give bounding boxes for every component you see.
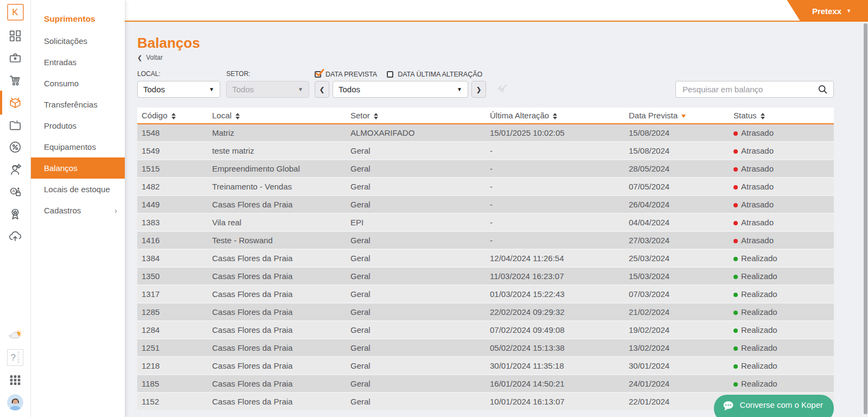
- date-filter-data-prevista[interactable]: DATA PREVISTA: [315, 71, 377, 78]
- table-row[interactable]: 1482Treinamento - VendasGeral-07/05/2024…: [137, 178, 834, 195]
- rail-item-discounts[interactable]: [0, 140, 30, 154]
- column-header-status[interactable]: Status: [729, 108, 834, 124]
- search-icon[interactable]: [818, 84, 828, 94]
- rail-item-upload[interactable]: [0, 229, 30, 243]
- table-row[interactable]: 1284Casas Flores da PraiaGeral07/02/2024…: [137, 321, 834, 339]
- local-filter-label: LOCAL:: [137, 70, 226, 78]
- sidebar-item-solicitacoes[interactable]: Solicitações: [31, 30, 125, 52]
- rail-item-cart[interactable]: [0, 73, 30, 87]
- cell-codigo: 1515: [137, 160, 208, 178]
- column-label: Data Prevista: [629, 111, 678, 120]
- table-row[interactable]: 1548MatrizALMOXARIFADO15/01/2025 10:02:0…: [137, 124, 834, 142]
- table-row[interactable]: 1549teste matrizGeral-15/08/2024Atrasado: [137, 142, 834, 160]
- broom-icon: [495, 83, 509, 96]
- module-sidebar: Suprimentos SolicitaçõesEntradasConsumoT…: [31, 0, 125, 417]
- table-row[interactable]: 1218Casas Flores da PraiaGeral30/01/2024…: [137, 357, 834, 375]
- sidebar-item-transferencias[interactable]: Transferências: [31, 94, 125, 115]
- table-row[interactable]: 1449Casas Flores da PraiaGeral-26/04/202…: [137, 195, 834, 213]
- rail-item-apps[interactable]: [0, 373, 30, 387]
- cell-setor: Geral: [346, 160, 486, 178]
- rail-item-finance[interactable]: $: [0, 118, 30, 132]
- table-row[interactable]: 1251Casas Flores da PraiaGeral05/02/2024…: [137, 339, 834, 357]
- sidebar-item-label: Produtos: [44, 121, 76, 130]
- sidebar-item-cadastros[interactable]: Cadastros›: [31, 200, 125, 221]
- sidebar-item-entradas[interactable]: Entradas: [31, 52, 125, 73]
- previous-period-button[interactable]: ❮: [315, 81, 329, 98]
- cell-codigo: 1317: [137, 285, 208, 303]
- cell-prevista: 07/03/2024: [624, 285, 729, 303]
- rail-item-dashboard[interactable]: [0, 29, 30, 43]
- chat-button[interactable]: Converse com o Koper: [714, 395, 834, 417]
- cell-status: Atrasado: [729, 231, 834, 249]
- table-row[interactable]: 1383Vila realEPI-04/04/2024Atrasado: [137, 213, 834, 231]
- cell-codigo: 1383: [137, 213, 208, 231]
- column-header-data-prevista[interactable]: Data Prevista: [624, 108, 729, 124]
- date-filter-data-ultima-alteracao[interactable]: DATA ÚLTIMA ALTERAÇÃO: [387, 71, 482, 78]
- rail-item-help[interactable]: ? AJUDA: [7, 349, 23, 366]
- cell-codigo: 1449: [137, 195, 208, 213]
- checkbox-unchecked-icon[interactable]: [387, 71, 393, 78]
- cell-ultima: -: [486, 142, 624, 160]
- rail-item-supplies[interactable]: [0, 96, 30, 110]
- scrollbar-thumb[interactable]: [864, 23, 867, 414]
- cell-ultima: 30/01/2024 11:35:18: [486, 357, 624, 375]
- cell-ultima: -: [486, 178, 624, 195]
- cell-local: Casas Flores da Praia: [208, 267, 346, 285]
- cell-ultima: 10/01/2024 16:13:07: [486, 393, 624, 410]
- sidebar-item-balancos[interactable]: Balanços: [31, 157, 125, 179]
- rail-item-news[interactable]: [0, 328, 30, 342]
- rail-item-briefcase[interactable]: [0, 51, 30, 65]
- column-label: Setor: [350, 111, 370, 120]
- table-row[interactable]: 1317Casas Flores da PraiaGeral01/03/2024…: [137, 285, 834, 303]
- local-filter-select[interactable]: Todos ▼: [137, 81, 220, 98]
- sort-both-icon: [553, 113, 557, 119]
- cell-prevista: 13/02/2024: [624, 339, 729, 357]
- cell-prevista: 27/03/2024: [624, 231, 729, 249]
- table-row[interactable]: 1416Teste - RoswandGeral-27/03/2024Atras…: [137, 231, 834, 249]
- table-row[interactable]: 1185Casas Flores da PraiaGeral16/01/2024…: [137, 375, 834, 393]
- column-label: Status: [733, 111, 757, 120]
- vertical-scrollbar: [863, 23, 868, 417]
- cell-ultima: 16/01/2024 14:50:21: [486, 375, 624, 393]
- column-label: Última Alteração: [490, 111, 549, 120]
- period-select[interactable]: Todos ▼: [333, 81, 468, 98]
- cell-prevista: 04/04/2024: [624, 213, 729, 231]
- table-row[interactable]: 1350Casas Flores da PraiaGeral11/03/2024…: [137, 267, 834, 285]
- column-header-local[interactable]: Local: [208, 108, 346, 124]
- app-window: K: [0, 0, 868, 417]
- app-logo[interactable]: K: [7, 4, 24, 21]
- next-period-button[interactable]: ❯: [471, 81, 486, 98]
- rail-item-workforce[interactable]: [0, 162, 30, 176]
- search-input[interactable]: [681, 84, 818, 94]
- column-header-codigo[interactable]: Código: [137, 108, 208, 124]
- cell-prevista: 24/01/2024: [624, 375, 729, 393]
- back-link[interactable]: ❮ Voltar: [137, 54, 175, 61]
- sidebar-item-produtos[interactable]: Produtos: [31, 115, 125, 136]
- clear-filters-button[interactable]: [495, 83, 509, 98]
- status-label: Atrasado: [741, 146, 774, 155]
- cell-setor: Geral: [346, 142, 486, 160]
- cell-setor: Geral: [346, 249, 486, 267]
- sidebar-item-consumo[interactable]: Consumo: [31, 73, 125, 94]
- cloud-upload-icon: [8, 229, 22, 243]
- rail-item-quality[interactable]: [0, 207, 30, 221]
- rail-item-epi[interactable]: A: [0, 185, 30, 199]
- sidebar-item-equipamentos[interactable]: Equipamentos: [31, 136, 125, 157]
- cell-codigo: 1549: [137, 142, 208, 160]
- cell-setor: Geral: [346, 285, 486, 303]
- cell-prevista: 26/04/2024: [624, 195, 729, 213]
- cell-setor: Geral: [346, 267, 486, 285]
- safety-lock-icon: A: [8, 185, 22, 199]
- cell-local: Treinamento - Vendas: [208, 178, 346, 195]
- column-header-ultima-alteracao[interactable]: Última Alteração: [486, 108, 624, 124]
- cell-status: Realizado: [729, 339, 834, 357]
- sidebar-item-locais-de-estoque[interactable]: Locais de estoque: [31, 179, 125, 200]
- column-header-setor[interactable]: Setor: [346, 108, 486, 124]
- account-menu[interactable]: Pretexx ▼: [770, 0, 868, 22]
- table-row[interactable]: 1384Casas Flores da PraiaGeral12/04/2024…: [137, 249, 834, 267]
- status-label: Realizado: [741, 271, 777, 281]
- table-row[interactable]: 1515Empreendimento GlobalGeral-28/05/202…: [137, 160, 834, 178]
- table-row[interactable]: 1285Casas Flores da PraiaGeral22/02/2024…: [137, 303, 834, 321]
- user-avatar[interactable]: [7, 394, 23, 410]
- checkbox-checked-icon[interactable]: [315, 71, 321, 78]
